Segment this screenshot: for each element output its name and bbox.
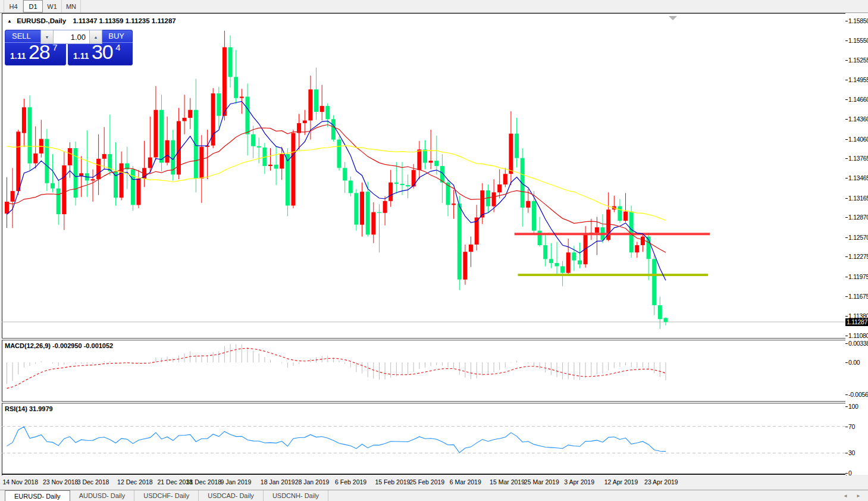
chart-shift-marker-icon[interactable] (669, 16, 677, 20)
current-price-tag: 1.11287 (845, 318, 868, 326)
macd-panel-canvas[interactable] (2, 340, 845, 401)
price-axis-tick (845, 178, 848, 179)
axis-label: 100 (848, 403, 858, 410)
price-axis-tick (845, 362, 848, 363)
mt4-window: H4 D1 W1 MN ▲ EURUSD-,Daily 1.11347 1.11… (0, 0, 868, 501)
buy-price-small: 1.11 (73, 51, 89, 61)
collapse-panel-icon[interactable]: ▲ (7, 18, 12, 24)
date-axis-label: 23 Apr 2019 (644, 478, 678, 486)
price-axis-tick (845, 139, 848, 140)
time-axis[interactable]: 14 Nov 201823 Nov 20183 Dec 201812 Dec 2… (2, 476, 845, 489)
axis-label: -0.005663 (848, 391, 868, 398)
date-axis-label: 15 Mar 2019 (490, 478, 525, 486)
date-axis-label: 28 Jan 2019 (295, 478, 330, 486)
axis-label: 1.12870 (848, 214, 868, 221)
price-axis-tick (845, 256, 848, 257)
sell-button[interactable]: SELL (12, 32, 31, 40)
price-axis-tick (845, 453, 848, 453)
volume-control: ▼ ▲ (40, 30, 102, 44)
price-axis[interactable]: 1.158501.155501.152551.149551.146601.143… (845, 13, 868, 475)
price-axis-tick (845, 316, 848, 317)
volume-increase-button[interactable]: ▲ (89, 30, 102, 43)
axis-label: 1.14955 (848, 76, 868, 83)
symbol-tab-usdchf[interactable]: USDCHF- Daily (134, 490, 199, 501)
axis-label: 1.15850 (848, 17, 868, 24)
axis-label: 0.003383 (848, 340, 868, 347)
axis-label: 1.13165 (848, 195, 868, 202)
axis-label: 1.12570 (848, 234, 868, 241)
price-axis-tick (845, 158, 848, 159)
chart-ohlc-readout: 1.11347 1.11359 1.11235 1.11287 (73, 17, 176, 24)
price-axis-tick (845, 60, 848, 61)
price-axis-tick (845, 394, 848, 395)
date-axis-label: 3 Apr 2019 (564, 478, 594, 486)
date-axis-label: 23 Nov 2018 (43, 478, 79, 486)
axis-label: 0.00 (848, 359, 860, 366)
timeframe-tab-mn[interactable]: MN (62, 0, 81, 12)
price-axis-tick (845, 406, 848, 407)
tabs-scroll-left-icon[interactable]: ◄ (843, 493, 848, 499)
sell-price-small: 1.11 (10, 51, 26, 61)
symbol-tab-audusd[interactable]: AUDUSD- Daily (70, 490, 135, 501)
rsi-indicator-label: RSI(14) 31.9979 (5, 405, 53, 412)
date-axis-label: 12 Apr 2019 (604, 478, 638, 486)
price-axis-tick (845, 119, 848, 120)
symbol-tab-usdcnh[interactable]: USDCNH- Daily (264, 490, 328, 501)
axis-label: 30 (848, 449, 855, 456)
date-axis-label: 18 Jan 2019 (261, 478, 295, 486)
date-axis-label: 14 Nov 2018 (3, 478, 39, 486)
axis-label: 1.13765 (848, 155, 868, 162)
price-axis-tick (845, 343, 848, 344)
chart-tabs-bar: EURUSD- DailyAUDUSD- DailyUSDCHF- DailyU… (0, 490, 868, 501)
price-axis-tick (845, 217, 848, 218)
axis-label: 1.14660 (848, 96, 868, 103)
timeframe-tab-h4[interactable]: H4 (4, 0, 23, 12)
date-axis-label: 25 Mar 2019 (524, 478, 559, 486)
symbol-tab-usdcad[interactable]: USDCAD- Daily (199, 490, 264, 501)
tabs-scroll-right-icon[interactable]: ► (856, 493, 861, 499)
price-axis-tick (845, 21, 848, 21)
axis-label: 1.11975 (848, 273, 868, 280)
axis-label: 70 (848, 423, 855, 430)
rsi-panel-canvas[interactable] (2, 403, 845, 474)
price-axis-tick (845, 99, 848, 100)
axis-label: 1.15255 (848, 57, 868, 64)
axis-label: 1.11675 (848, 293, 868, 300)
date-axis-label: 6 Feb 2019 (335, 478, 366, 486)
price-axis-tick (845, 80, 848, 80)
date-axis-label: 3 Dec 2018 (77, 478, 109, 486)
one-click-trading-panel: SELL 1.11 28 7 BUY 1.11 30 4 ▼ ▲ (5, 30, 133, 65)
axis-label: 1.15550 (848, 37, 868, 44)
date-axis-label: 25 Feb 2019 (409, 478, 444, 486)
timeframe-tab-w1[interactable]: W1 (43, 0, 62, 12)
price-axis-tick (845, 237, 848, 238)
timeframe-toolbar: H4 D1 W1 MN (0, 0, 868, 13)
price-axis-tick (845, 336, 848, 336)
timeframe-tab-d1[interactable]: D1 (23, 0, 43, 12)
volume-decrease-button[interactable]: ▼ (41, 30, 54, 43)
date-axis-label: 6 Mar 2019 (450, 478, 481, 486)
chart-title: EURUSD-,Daily (17, 17, 66, 24)
date-axis-label: 31 Dec 2018 (186, 478, 222, 486)
price-axis-tick (845, 296, 848, 297)
buy-price-sup: 4 (115, 42, 120, 52)
axis-label: 1.14360 (848, 115, 868, 123)
axis-label: 1.12275 (848, 253, 868, 260)
axis-label: 0 (848, 469, 852, 477)
axis-label: 1.14060 (848, 136, 868, 143)
chart-header: ▲ EURUSD-,Daily 1.11347 1.11359 1.11235 … (7, 17, 176, 24)
price-axis-tick (845, 473, 848, 474)
volume-input[interactable] (54, 30, 89, 43)
date-axis-label: 12 Dec 2018 (117, 478, 153, 486)
axis-label: 1.13465 (848, 174, 868, 181)
macd-indicator-label: MACD(12,26,9) -0.002950 -0.001052 (5, 342, 113, 349)
date-axis-label: 9 Jan 2019 (220, 478, 251, 486)
price-axis-tick (845, 40, 848, 41)
price-axis-tick (845, 198, 848, 199)
chart-bottom-border (2, 474, 847, 475)
date-axis-label: 15 Feb 2019 (375, 478, 410, 486)
symbol-tab-eurusd[interactable]: EURUSD- Daily (5, 490, 70, 501)
buy-button[interactable]: BUY (108, 32, 124, 40)
price-axis-tick (845, 427, 848, 427)
price-axis-tick (845, 277, 848, 277)
